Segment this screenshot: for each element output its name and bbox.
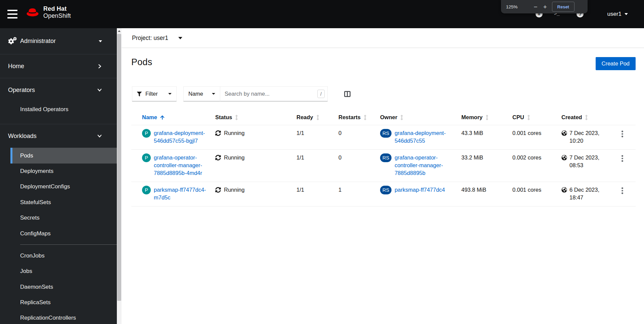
created-time: 08:53 xyxy=(569,161,599,169)
owner-link[interactable]: parksmap-ff7477dc4 xyxy=(395,186,445,194)
owner-link[interactable]: grafana-deployment-546dd57c55 xyxy=(395,129,446,145)
sidebar-item-replicasets[interactable]: ReplicaSets xyxy=(10,295,117,310)
sidebar-item-label: DeploymentConfigs xyxy=(20,183,70,190)
manage-columns-icon[interactable] xyxy=(342,86,352,101)
column-header-memory[interactable]: Memory xyxy=(461,114,512,121)
pod-name-link[interactable]: parksmap-ff7477dc4-m7d5c xyxy=(154,186,206,201)
running-sync-icon xyxy=(215,155,221,160)
project-selector[interactable]: Project: user1 xyxy=(132,35,182,42)
sidebar-scrollbar xyxy=(117,28,122,324)
sidebar-item-secrets[interactable]: Secrets xyxy=(10,210,117,226)
replicaset-badge: RS xyxy=(380,186,392,194)
column-header-status[interactable]: Status xyxy=(215,114,296,121)
filter-funnel-icon xyxy=(137,92,142,96)
page-title: Pods xyxy=(131,57,152,67)
owner-line: 546dd57c55 xyxy=(395,137,446,145)
nav-section-label: Operators xyxy=(8,87,35,94)
chevron-down-icon xyxy=(625,13,628,15)
pods-table: NameStatusReadyRestartsOwnerMemoryCPUCre… xyxy=(131,110,636,206)
sidebar-item-configmaps[interactable]: ConfigMaps xyxy=(10,226,117,241)
create-pod-button[interactable]: Create Pod xyxy=(596,57,636,70)
username: user1 xyxy=(607,11,622,17)
restarts-value: 0 xyxy=(338,130,341,136)
sidebar-item-label: Deployments xyxy=(20,168,53,175)
column-header-label: Memory xyxy=(461,114,482,121)
memory-value: 33.2 MiB xyxy=(461,154,483,160)
sidebar-item-label: ReplicaSets xyxy=(20,299,51,306)
column-header-created[interactable]: Created xyxy=(561,114,619,121)
owner-link[interactable]: grafana-operator-controller-manager-7885… xyxy=(395,154,443,177)
zoom-in-button[interactable]: + xyxy=(543,4,547,10)
browser-zoom-overlay: 125% − + Reset xyxy=(501,0,588,13)
pod-name-link[interactable]: grafana-deployment-546dd57c55-bgjl7 xyxy=(154,129,205,145)
perspective-switcher[interactable]: Administrator xyxy=(0,28,117,54)
filter-dropdown[interactable]: Filter xyxy=(132,86,177,101)
row-actions-kebab-icon[interactable] xyxy=(619,153,626,164)
sidebar-item-jobs[interactable]: Jobs xyxy=(10,264,117,279)
brand-line1: Red Hat xyxy=(43,5,71,12)
table-row: Pparksmap-ff7477dc4-m7d5cRunning1/11RSpa… xyxy=(131,182,636,206)
nav-section-operators: OperatorsInstalled Operators xyxy=(0,78,117,124)
sidebar-item-label: DaemonSets xyxy=(20,284,53,290)
memory-value: 43.3 MiB xyxy=(461,130,483,136)
column-header-name[interactable]: Name xyxy=(131,114,215,121)
sidebar-item-deployments[interactable]: Deployments xyxy=(10,164,117,179)
owner-line: controller-manager- xyxy=(395,161,443,169)
sidebar-item-label: Installed Operators xyxy=(20,106,68,113)
sort-both-icon xyxy=(585,115,588,120)
column-header-cpu[interactable]: CPU xyxy=(512,114,561,121)
column-header-owner[interactable]: Owner xyxy=(380,114,461,121)
pod-name-link[interactable]: grafana-operator-controller-manager-7885… xyxy=(154,154,202,177)
brand-line2: OpenShift xyxy=(43,12,71,19)
sidebar-item-statefulsets[interactable]: StatefulSets xyxy=(10,195,117,210)
running-sync-icon xyxy=(215,130,221,136)
column-header-label: Owner xyxy=(380,114,397,121)
zoom-out-button[interactable]: − xyxy=(534,4,538,10)
column-header-restarts[interactable]: Restarts xyxy=(338,114,380,121)
nav-section-toggle-home[interactable]: Home xyxy=(0,54,117,78)
table-row: Pgrafana-operator-controller-manager-788… xyxy=(131,150,636,182)
chevron-down-icon xyxy=(212,93,215,95)
row-actions-kebab-icon[interactable] xyxy=(619,129,626,139)
nav-toggle-hamburger-icon[interactable] xyxy=(7,10,17,18)
scrollbar-up-arrow[interactable] xyxy=(117,28,122,34)
zoom-reset-button[interactable]: Reset xyxy=(552,2,574,12)
column-header-label: Created xyxy=(561,114,582,121)
replicaset-badge: RS xyxy=(380,153,392,162)
nav-section-toggle-operators[interactable]: Operators xyxy=(0,78,117,102)
pod-name-line: parksmap-ff7477dc4- xyxy=(154,186,206,194)
column-header-label: Name xyxy=(142,114,157,121)
search-input[interactable] xyxy=(220,86,328,101)
ready-value: 1/1 xyxy=(296,154,304,160)
pods-table-header: NameStatusReadyRestartsOwnerMemoryCPUCre… xyxy=(131,110,636,125)
chevron-down-icon xyxy=(97,134,102,138)
sidebar-item-installed-operators[interactable]: Installed Operators xyxy=(10,102,117,117)
nav-section-home: Home xyxy=(0,54,117,78)
pod-name-line: m7d5c xyxy=(154,194,206,201)
created-time: 10:20 xyxy=(569,137,599,145)
column-header-ready[interactable]: Ready xyxy=(296,114,338,121)
redhat-fedora-icon xyxy=(26,7,40,18)
search-attribute-dropdown[interactable]: Name xyxy=(183,86,220,101)
created-time: 18:47 xyxy=(569,194,599,201)
sidebar-item-cronjobs[interactable]: CronJobs xyxy=(10,248,117,264)
sort-both-icon xyxy=(364,115,367,120)
running-sync-icon xyxy=(215,187,221,193)
sidebar-item-label: ReplicationControllers xyxy=(20,315,76,321)
chevron-down-icon xyxy=(99,40,102,42)
scrollbar-thumb[interactable] xyxy=(117,34,121,301)
sort-both-icon xyxy=(235,115,238,120)
sidebar-item-label: Pods xyxy=(20,152,33,159)
sidebar-item-label: Jobs xyxy=(20,268,32,275)
globe-icon xyxy=(561,130,567,136)
row-actions-kebab-icon[interactable] xyxy=(619,185,626,196)
nav-section-toggle-workloads[interactable]: Workloads xyxy=(0,124,117,148)
sidebar-item-daemonsets[interactable]: DaemonSets xyxy=(10,279,117,295)
sidebar-item-label: StatefulSets xyxy=(20,199,51,206)
redhat-openshift-logo: Red Hat OpenShift xyxy=(26,5,71,19)
sidebar-item-deploymentconfigs[interactable]: DeploymentConfigs xyxy=(10,179,117,194)
sidebar-item-replicationcontrollers[interactable]: ReplicationControllers xyxy=(10,310,117,324)
pod-name-line: 546dd57c55-bgjl7 xyxy=(154,137,205,145)
sidebar-item-pods[interactable]: Pods xyxy=(10,148,117,163)
user-menu[interactable]: user1 xyxy=(607,0,628,28)
